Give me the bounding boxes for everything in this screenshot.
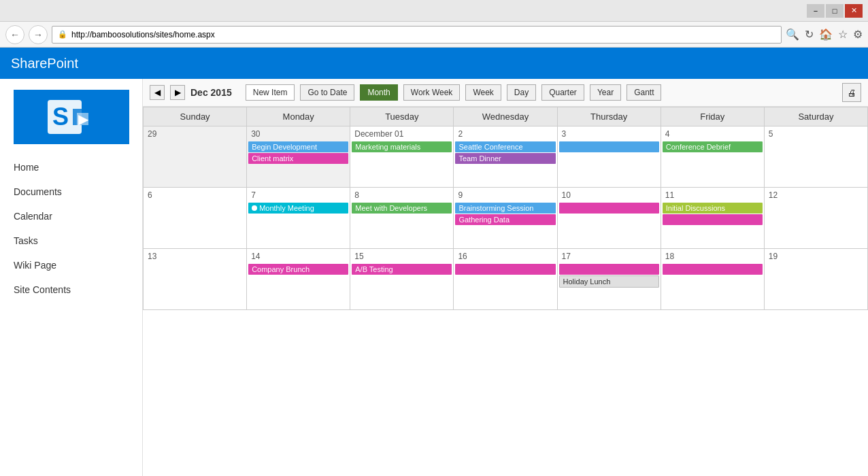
- quarter-button[interactable]: Quarter: [541, 84, 584, 101]
- event-gathering-data-cont1: [559, 203, 659, 214]
- year-button[interactable]: Year: [590, 84, 621, 101]
- sharepoint-header: SharePoint: [0, 48, 868, 79]
- day-dec09: 9 Brainstorming Session Gathering Data: [454, 188, 557, 249]
- day-dec04: 4 Conference Debrief: [661, 126, 764, 188]
- day-number: 6: [145, 189, 245, 201]
- recurring-dot: [252, 205, 257, 211]
- star-icon[interactable]: ☆: [838, 28, 848, 41]
- sidebar-item-home[interactable]: Home: [0, 155, 142, 180]
- back-button[interactable]: ←: [5, 25, 24, 44]
- calendar-header-row: Sunday Monday Tuesday Wednesday Thursday…: [144, 107, 868, 126]
- day-number: 5: [766, 128, 866, 140]
- day-dec18: 18: [661, 249, 764, 310]
- next-month-button[interactable]: ▶: [170, 85, 185, 100]
- day-dec10: 10: [557, 188, 661, 249]
- event-seattle-conference-cont: [559, 141, 659, 152]
- calendar-week-2: 6 7 Monthly Meeting 8 Meet with Develope…: [144, 188, 868, 249]
- work-week-button[interactable]: Work Week: [403, 84, 461, 101]
- event-ab-testing[interactable]: A/B Testing: [352, 264, 452, 275]
- event-monthly-meeting[interactable]: Monthly Meeting: [248, 203, 348, 214]
- event-marketing-materials[interactable]: Marketing materials: [352, 141, 452, 152]
- event-ab-testing-cont3: [663, 264, 763, 275]
- header-thursday: Thursday: [557, 107, 661, 126]
- day-dec03: 3: [557, 126, 661, 188]
- day-number: 11: [663, 189, 763, 201]
- event-initial-discussions[interactable]: Initial Discussions: [663, 203, 763, 214]
- day-number: 7: [248, 189, 348, 201]
- event-meet-developers[interactable]: Meet with Developers: [352, 203, 452, 214]
- close-button[interactable]: ✕: [845, 4, 863, 18]
- day-dec16: 16: [454, 249, 557, 310]
- day-dec19: 19: [764, 249, 867, 310]
- week-button[interactable]: Week: [465, 84, 501, 101]
- month-button[interactable]: Month: [360, 84, 397, 101]
- day-number: 10: [559, 189, 659, 201]
- settings-icon[interactable]: ⚙: [853, 28, 863, 41]
- gantt-button[interactable]: Gantt: [627, 84, 661, 101]
- day-number: 18: [663, 250, 763, 262]
- day-dec12: 12: [764, 188, 867, 249]
- header-saturday: Saturday: [764, 107, 867, 126]
- day-dec17: 17 Holiday Lunch: [557, 249, 661, 310]
- event-company-brunch[interactable]: Company Brunch: [248, 264, 348, 275]
- day-number: 12: [766, 189, 866, 201]
- refresh-icon[interactable]: ↻: [805, 28, 814, 41]
- day-dec08: 8 Meet with Developers: [350, 188, 454, 249]
- svg-text:S: S: [52, 103, 69, 131]
- calendar-toolbar: ◀ ▶ Dec 2015 New Item Go to Date Month W…: [143, 79, 868, 107]
- event-seattle-conference[interactable]: Seattle Conference: [455, 141, 555, 152]
- header-tuesday: Tuesday: [350, 107, 454, 126]
- sidebar-nav: Home Documents Calendar Tasks Wiki Page …: [0, 155, 142, 302]
- print-button[interactable]: 🖨: [842, 83, 861, 102]
- main-layout: S ▶ Home Documents Calendar Tasks Wiki P…: [0, 79, 868, 476]
- event-begin-development[interactable]: Begin Development: [248, 141, 348, 152]
- day-dec13: 13: [144, 249, 247, 310]
- event-brainstorming[interactable]: Brainstorming Session: [455, 203, 555, 214]
- day-number: December 01: [352, 128, 452, 140]
- day-dec14: 14 Company Brunch: [247, 249, 350, 310]
- day-number: 19: [766, 250, 866, 262]
- event-gathering-data-cont2: [663, 214, 763, 225]
- event-ab-testing-cont2: [559, 264, 659, 275]
- event-holiday-lunch[interactable]: Holiday Lunch: [559, 275, 659, 288]
- forward-button[interactable]: →: [29, 25, 48, 44]
- search-icon[interactable]: 🔍: [786, 28, 799, 41]
- day-number: 9: [455, 189, 555, 201]
- header-friday: Friday: [661, 107, 764, 126]
- sidebar-item-documents[interactable]: Documents: [0, 180, 142, 204]
- calendar-area: ◀ ▶ Dec 2015 New Item Go to Date Month W…: [143, 79, 868, 476]
- browser-toolbar: ← → 🔒 http://bamboosolutions/sites/home.…: [0, 22, 868, 48]
- event-ab-testing-cont1: [455, 264, 555, 275]
- sidebar-item-wiki[interactable]: Wiki Page: [0, 253, 142, 277]
- event-conference-debrief[interactable]: Conference Debrief: [663, 141, 763, 152]
- sp-logo: S ▶: [14, 90, 129, 144]
- home-icon[interactable]: 🏠: [819, 28, 833, 41]
- header-wednesday: Wednesday: [454, 107, 557, 126]
- day-number: 15: [352, 250, 452, 262]
- address-bar[interactable]: 🔒 http://bamboosolutions/sites/home.aspx: [52, 26, 782, 44]
- new-item-button[interactable]: New Item: [246, 84, 295, 101]
- prev-month-button[interactable]: ◀: [150, 85, 165, 100]
- day-number: 8: [352, 189, 452, 201]
- sharepoint-title: SharePoint: [11, 56, 78, 71]
- day-nov30: 30 Begin Development Client matrix: [247, 126, 350, 188]
- go-to-date-button[interactable]: Go to Date: [300, 84, 354, 101]
- event-client-matrix[interactable]: Client matrix: [248, 153, 348, 164]
- day-button[interactable]: Day: [507, 84, 536, 101]
- svg-text:▶: ▶: [78, 112, 89, 126]
- browser-icons: 🔍 ↻ 🏠 ☆ ⚙: [786, 28, 863, 41]
- day-dec07: 7 Monthly Meeting: [247, 188, 350, 249]
- sidebar-item-tasks[interactable]: Tasks: [0, 228, 142, 253]
- day-dec02: 2 Seattle Conference Team Dinner: [454, 126, 557, 188]
- maximize-button[interactable]: □: [826, 4, 844, 18]
- event-gathering-data[interactable]: Gathering Data: [455, 214, 555, 225]
- calendar-grid: Sunday Monday Tuesday Wednesday Thursday…: [143, 107, 868, 310]
- event-team-dinner[interactable]: Team Dinner: [455, 153, 555, 164]
- sidebar-item-site-contents[interactable]: Site Contents: [0, 277, 142, 302]
- day-dec11: 11 Initial Discussions: [661, 188, 764, 249]
- minimize-button[interactable]: −: [807, 4, 824, 18]
- header-monday: Monday: [247, 107, 350, 126]
- security-icon: 🔒: [58, 30, 67, 39]
- day-number: 13: [145, 250, 245, 262]
- sidebar-item-calendar[interactable]: Calendar: [0, 204, 142, 228]
